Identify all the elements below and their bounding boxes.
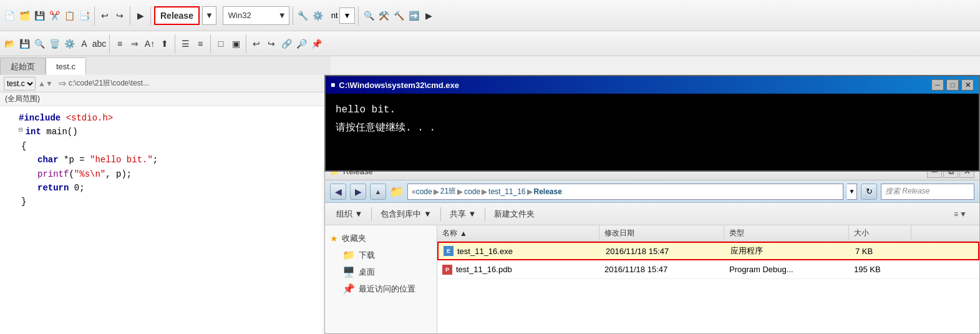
sidebar-downloads[interactable]: 📁 下载 bbox=[330, 247, 432, 263]
folder-icon: 📁 bbox=[390, 185, 404, 199]
tb2-icon-e[interactable]: ⚙️ bbox=[62, 37, 76, 51]
tab-file-label: test.c bbox=[56, 62, 75, 71]
tb2-icon-l[interactable]: ☰ bbox=[178, 37, 192, 51]
col-header-type[interactable]: 类型 bbox=[724, 225, 849, 241]
tb2-icon-g[interactable]: abc bbox=[92, 37, 106, 51]
file-area: ★ 收藏夹 📁 下载 🖥️ 桌面 📌 最近访问的位置 名称 ▲ bbox=[325, 225, 979, 333]
breadcrumb-release: Release bbox=[534, 187, 562, 196]
file-size-pdb: 195 KB bbox=[849, 265, 911, 274]
toolbar-icon-g[interactable]: ▶ bbox=[422, 9, 435, 22]
tb2-icon-i[interactable]: ⇒ bbox=[128, 37, 142, 51]
copy-icon[interactable]: 📑 bbox=[77, 9, 91, 22]
tb-sep-3 bbox=[485, 207, 485, 221]
file-select[interactable]: test.c bbox=[4, 77, 36, 91]
tb2-icon-t[interactable]: 📌 bbox=[309, 37, 323, 51]
col-header-date[interactable]: 修改日期 bbox=[599, 225, 724, 241]
view-icon: ≡ bbox=[954, 210, 958, 219]
tb2-icon-q[interactable]: ↪ bbox=[264, 37, 278, 51]
save-icon[interactable]: 💾 bbox=[32, 9, 46, 22]
sep6 bbox=[109, 34, 110, 53]
scope-label: (全局范围) bbox=[5, 94, 40, 104]
new-folder-button[interactable]: 新建文件夹 bbox=[490, 207, 538, 221]
pdb-filename: test_11_16.pdb bbox=[456, 265, 512, 274]
undo2-icon[interactable]: ↪ bbox=[113, 9, 127, 22]
tb2-icon-c[interactable]: 🔍 bbox=[32, 37, 46, 51]
address-box[interactable]: « code ▶ 21班 ▶ code ▶ test_11_16 ▶ Relea… bbox=[407, 184, 843, 200]
include-button[interactable]: 包含到库中 ▼ bbox=[377, 207, 435, 221]
code-editor: test.c ▲▼ ⇒ c:\code\21班\code\test... (全局… bbox=[0, 75, 331, 334]
tab-file[interactable]: test.c bbox=[46, 57, 86, 75]
refresh-button[interactable]: ↻ bbox=[861, 184, 877, 200]
pdb-type: Program Debug... bbox=[729, 265, 793, 274]
col-date-label: 修改日期 bbox=[604, 228, 634, 238]
toolbar-icon-f[interactable]: ➡️ bbox=[407, 9, 420, 22]
sidebar-desktop[interactable]: 🖥️ 桌面 bbox=[330, 263, 432, 280]
toolbar-icon-e[interactable]: 🔨 bbox=[392, 9, 405, 22]
cmd-maximize-button[interactable]: □ bbox=[946, 79, 959, 91]
cmd-minimize-button[interactable]: ─ bbox=[931, 79, 944, 91]
tb-sep-1 bbox=[371, 207, 372, 221]
tb2-icon-n[interactable]: □ bbox=[214, 37, 228, 51]
tb2-icon-k[interactable]: ⬆ bbox=[158, 37, 172, 51]
breadcrumb-code2: code bbox=[464, 187, 480, 196]
toolbar-icon-9[interactable]: ▶ bbox=[133, 9, 147, 22]
tb2-icon-m[interactable]: ≡ bbox=[193, 37, 207, 51]
code-line-3: { bbox=[0, 139, 330, 153]
tb2-icon-d[interactable]: 🗑️ bbox=[47, 37, 61, 51]
file-row-exe[interactable]: E test_11_16.exe 2016/11/18 15:47 应用程序 7… bbox=[437, 242, 979, 260]
exe-date: 2016/11/18 15:47 bbox=[606, 247, 669, 256]
tb2-icon-s[interactable]: 🔎 bbox=[294, 37, 308, 51]
tb2-icon-h[interactable]: ≡ bbox=[113, 37, 127, 51]
search-box[interactable]: 搜索 Release bbox=[881, 184, 974, 200]
sidebar-recent[interactable]: 📌 最近访问的位置 bbox=[330, 280, 432, 297]
cut-icon[interactable]: 📋 bbox=[62, 9, 76, 22]
share-label: 共享 ▼ bbox=[450, 209, 476, 220]
sep1 bbox=[94, 6, 95, 25]
release-dropdown[interactable]: ▼ bbox=[202, 6, 216, 25]
release-button[interactable]: Release bbox=[154, 6, 200, 25]
file-type-exe: 应用程序 bbox=[725, 245, 850, 257]
tb2-icon-r[interactable]: 🔗 bbox=[279, 37, 293, 51]
exe-size: 7 KB bbox=[855, 247, 873, 256]
tb2-icon-a[interactable]: 📂 bbox=[2, 37, 16, 51]
toolbar-row2: 📂 💾 🔍 🗑️ ⚙️ A abc ≡ ⇒ A↑ ⬆ ☰ ≡ □ ▣ ↩ ↪ 🔗… bbox=[0, 31, 980, 56]
view-toggle[interactable]: ≡ ▼ bbox=[954, 210, 972, 219]
col-header-size[interactable]: 大小 bbox=[849, 225, 911, 241]
cmd-close-button[interactable]: ✕ bbox=[961, 79, 974, 91]
recent-label: 最近访问的位置 bbox=[359, 283, 415, 295]
col-header-name[interactable]: 名称 ▲ bbox=[437, 225, 599, 241]
file-row-pdb[interactable]: P test_11_16.pdb 2016/11/18 15:47 Progra… bbox=[437, 260, 979, 279]
back-button[interactable]: ◀ bbox=[330, 184, 346, 200]
new-file-icon[interactable]: 📄 bbox=[2, 9, 16, 22]
new-folder-label: 新建文件夹 bbox=[494, 209, 535, 220]
undo-icon[interactable]: ↩ bbox=[98, 9, 112, 22]
col-name-label: 名称 bbox=[442, 228, 457, 238]
tab-start[interactable]: 起始页 bbox=[0, 57, 46, 75]
project-dropdown[interactable]: ▼ bbox=[339, 7, 356, 24]
forward-button[interactable]: ▶ bbox=[350, 184, 366, 200]
toolbar-icon-4[interactable]: ✂️ bbox=[47, 9, 61, 22]
tb2-icon-j[interactable]: A↑ bbox=[143, 37, 157, 51]
platform-dropdown[interactable]: Win32 ▼ bbox=[223, 6, 289, 25]
tb-sep-2 bbox=[440, 207, 441, 221]
organize-button[interactable]: 组织 ▼ bbox=[332, 207, 366, 221]
sep5 bbox=[358, 6, 359, 25]
toolbar-icon-c[interactable]: 🔍 bbox=[362, 9, 376, 22]
platform-arrow: ▼ bbox=[278, 11, 286, 20]
toolbar-icon-a[interactable]: 🔧 bbox=[296, 9, 310, 22]
tb2-icon-f[interactable]: A bbox=[77, 37, 91, 51]
share-button[interactable]: 共享 ▼ bbox=[446, 207, 480, 221]
address-bar: ◀ ▶ ▲ 📁 « code ▶ 21班 ▶ code ▶ test_11_16… bbox=[325, 180, 979, 203]
up-button[interactable]: ▲ bbox=[370, 184, 386, 200]
toolbar-icon-2[interactable]: 🗂️ bbox=[17, 9, 31, 22]
tb2-icon-o[interactable]: ▣ bbox=[229, 37, 243, 51]
sep-1: ▶ bbox=[457, 187, 463, 196]
explorer-window: 📁 Release ─ ⧉ ✕ ◀ ▶ ▲ 📁 « code ▶ 21班 ▶ c… bbox=[324, 162, 980, 334]
tb2-icon-p[interactable]: ↩ bbox=[250, 37, 263, 51]
tb2-icon-b[interactable]: 💾 bbox=[17, 37, 31, 51]
cmd-controls: ─ □ ✕ bbox=[931, 79, 974, 91]
toolbar-icon-b[interactable]: ⚙️ bbox=[311, 9, 325, 22]
pdb-date: 2016/11/18 15:47 bbox=[604, 265, 667, 274]
address-dropdown-button[interactable]: ▼ bbox=[847, 184, 857, 200]
toolbar-icon-d[interactable]: ⚒️ bbox=[377, 9, 391, 22]
